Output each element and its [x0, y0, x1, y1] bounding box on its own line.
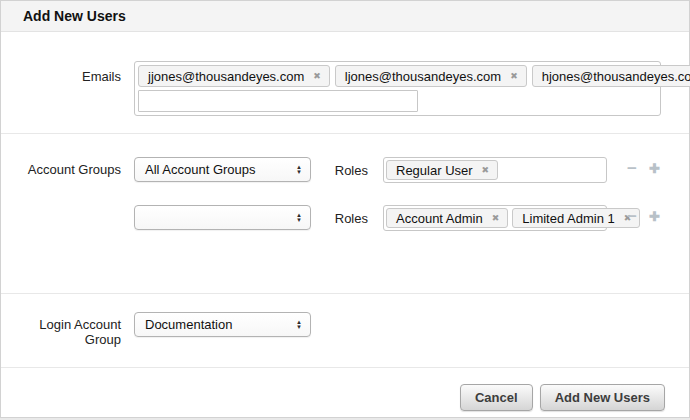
email-tag: jjones@thousandeyes.com ✖ — [138, 65, 330, 87]
add-new-users-button[interactable]: Add New Users — [540, 384, 665, 411]
email-input[interactable] — [138, 90, 418, 112]
panel-footer: Cancel Add New Users — [1, 368, 689, 411]
login-account-group-section: Login Account Group Documentation ▲ ▼ — [1, 294, 689, 368]
account-group-row: ▲ ▼ Roles Account Admin ✖ Limited Admin … — [1, 205, 689, 231]
role-tag: Limited Admin 1 ✖ — [512, 208, 640, 228]
email-tag-text: ljones@thousandeyes.com — [345, 69, 501, 84]
cancel-button[interactable]: Cancel — [460, 384, 533, 411]
account-groups-label-spacer — [1, 205, 134, 210]
roles-tagbox[interactable]: Account Admin ✖ Limited Admin 1 ✖ — [383, 205, 607, 231]
select-arrows-icon: ▲ ▼ — [296, 213, 302, 223]
login-account-group-select-value: Documentation — [145, 317, 232, 332]
account-group-select[interactable]: All Account Groups ▲ ▼ — [134, 157, 311, 182]
role-tag-text: Regular User — [396, 163, 473, 178]
email-tag-text: hjones@thousandeyes.com — [542, 69, 690, 84]
roles-label: Roles — [326, 157, 383, 178]
role-tag: Account Admin ✖ — [386, 208, 508, 228]
account-group-select-value: All Account Groups — [145, 162, 256, 177]
emails-label: Emails — [1, 61, 134, 84]
page-title: Add New Users — [23, 8, 126, 24]
select-arrows-icon: ▲ ▼ — [296, 165, 302, 175]
email-tag-text: jjones@thousandeyes.com — [148, 69, 304, 84]
login-account-group-select[interactable]: Documentation ▲ ▼ — [134, 312, 311, 337]
remove-tag-icon[interactable]: ✖ — [313, 72, 321, 81]
remove-tag-icon[interactable]: ✖ — [492, 214, 500, 223]
login-account-group-label: Login Account Group — [1, 312, 134, 347]
role-tag: Regular User ✖ — [386, 160, 498, 180]
remove-tag-icon[interactable]: ✖ — [510, 72, 518, 81]
email-tag: hjones@thousandeyes.com ✖ — [532, 65, 690, 87]
account-groups-section: Account Groups All Account Groups ▲ ▼ Ro… — [1, 134, 689, 294]
roles-tagbox[interactable]: Regular User ✖ — [383, 157, 607, 183]
account-group-row: Account Groups All Account Groups ▲ ▼ Ro… — [1, 157, 689, 183]
account-group-select[interactable]: ▲ ▼ — [134, 205, 311, 230]
remove-tag-icon[interactable]: ✖ — [482, 166, 490, 175]
add-row-icon[interactable]: ✚ — [649, 208, 660, 226]
emails-tagbox[interactable]: jjones@thousandeyes.com ✖ ljones@thousan… — [134, 61, 661, 116]
role-tag-text: Account Admin — [396, 211, 483, 226]
emails-section: Emails jjones@thousandeyes.com ✖ ljones@… — [1, 32, 689, 134]
remove-row-icon[interactable]: − — [627, 160, 637, 178]
remove-row-icon[interactable]: − — [627, 208, 637, 226]
add-row-icon[interactable]: ✚ — [649, 160, 660, 178]
select-arrows-icon: ▲ ▼ — [296, 320, 302, 330]
email-tag: ljones@thousandeyes.com ✖ — [335, 65, 527, 87]
add-new-users-panel: Add New Users Emails jjones@thousandeyes… — [0, 0, 690, 418]
role-tag-text: Limited Admin 1 — [522, 211, 615, 226]
account-groups-label: Account Groups — [1, 157, 134, 177]
roles-label: Roles — [326, 205, 383, 226]
panel-header: Add New Users — [1, 1, 689, 32]
